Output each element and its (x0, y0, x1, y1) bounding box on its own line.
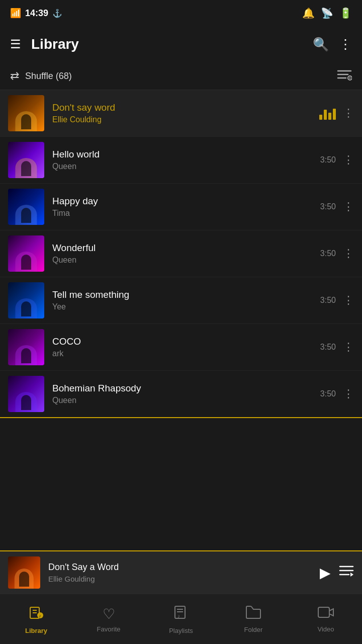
song-item[interactable]: COCO ark 3:50 ⋮ (0, 324, 362, 371)
app-bar: ☰ Library 🔍 ⋮ (0, 26, 362, 62)
song-title: Don't say word (52, 102, 313, 113)
status-bar: 📶 14:39 ⚓ 🔔 📡 🔋 (0, 0, 362, 26)
song-artist: Yee (52, 302, 314, 311)
play-button[interactable]: ▶ (320, 565, 331, 581)
song-thumbnail (8, 329, 44, 365)
svg-point-4 (349, 77, 351, 79)
nav-item-playlists[interactable]: ♪ Playlists (145, 594, 217, 644)
now-playing-thumbnail (8, 556, 40, 589)
playlists-icon: ♪ (173, 604, 189, 624)
more-options-button[interactable]: ⋮ (343, 201, 354, 212)
svg-marker-19 (329, 609, 333, 616)
wifi-icon: 📡 (321, 7, 333, 19)
song-duration: 3:50 (320, 249, 336, 258)
more-options-button[interactable]: ⋮ (343, 248, 354, 259)
song-title: Bohemian Rhapsody (52, 383, 314, 394)
shuffle-row: ⇄ Shuffle (68) (0, 62, 362, 90)
song-artist: Ellie Coulding (52, 115, 313, 124)
now-playing-artist: Ellie Goulding (48, 575, 314, 583)
nav-label-favorite: Favorite (97, 625, 121, 633)
song-right: 3:50 ⋮ (320, 388, 354, 399)
usb-icon: ⚓ (52, 9, 62, 18)
song-right: 3:50 ⋮ (320, 248, 354, 259)
song-item[interactable]: Wonderful Queen 3:50 ⋮ (0, 230, 362, 277)
song-info: Happy day Tima (52, 196, 314, 218)
status-right: 🔔 📡 🔋 (302, 7, 352, 19)
status-left: 📶 14:39 ⚓ (10, 8, 62, 19)
favorite-icon: ♡ (103, 606, 115, 622)
song-item[interactable]: Hello world Queen 3:50 ⋮ (0, 137, 362, 184)
nav-item-video[interactable]: Video (290, 594, 362, 644)
song-title: COCO (52, 336, 314, 347)
shuffle-left[interactable]: ⇄ Shuffle (68) (10, 69, 72, 83)
app-bar-icons: 🔍 ⋮ (313, 37, 352, 52)
song-right: 3:50 ⋮ (320, 342, 354, 353)
shuffle-icon: ⇄ (10, 69, 19, 83)
menu-icon[interactable]: ☰ (10, 37, 21, 51)
folder-icon (245, 605, 261, 623)
song-duration: 3:50 (320, 155, 336, 165)
song-thumbnail (8, 95, 44, 131)
now-playing-bar[interactable]: Don't Say a Word Ellie Goulding ▶ (0, 550, 362, 594)
song-info: Bohemian Rhapsody Queen (52, 383, 314, 405)
shuffle-label: Shuffle (68) (25, 71, 72, 82)
nav-item-folder[interactable]: Folder (217, 594, 290, 644)
filter-view-icon[interactable] (337, 68, 352, 84)
song-duration: 3:50 (320, 296, 336, 305)
queue-icon[interactable] (339, 565, 354, 581)
song-duration: 3:50 (320, 389, 336, 398)
song-right: ⋮ (319, 107, 354, 120)
song-item[interactable]: Don't say word Ellie Coulding ⋮ (0, 90, 362, 137)
page-title: Library (31, 36, 313, 52)
song-info: Wonderful Queen (52, 243, 314, 265)
equalizer-icon (319, 107, 336, 120)
song-right: 3:50 ⋮ (320, 201, 354, 212)
song-thumbnail (8, 142, 44, 178)
more-options-button[interactable]: ⋮ (343, 342, 354, 353)
now-playing-title: Don't Say a Word (48, 562, 314, 573)
nav-label-video: Video (317, 625, 334, 633)
song-info: Hello world Queen (52, 149, 314, 171)
battery-icon: 🔋 (339, 7, 352, 19)
song-title: Happy day (52, 196, 314, 207)
song-artist: ark (52, 349, 314, 358)
song-item[interactable]: Bohemian Rhapsody Queen 3:50 ⋮ (0, 371, 362, 418)
nav-item-favorite[interactable]: ♡ Favorite (72, 594, 145, 644)
svg-rect-18 (318, 607, 329, 617)
bottom-navigation: ♪ Library ♡ Favorite ♪ Playlists Folder (0, 594, 362, 644)
song-thumbnail (8, 376, 44, 412)
now-playing-info: Don't Say a Word Ellie Goulding (48, 562, 314, 583)
more-options-button[interactable]: ⋮ (343, 388, 354, 399)
nav-label-library: Library (25, 627, 47, 634)
more-options-button[interactable]: ⋮ (343, 154, 354, 166)
now-playing-controls: ▶ (320, 565, 354, 581)
search-icon[interactable]: 🔍 (313, 37, 329, 52)
nav-label-folder: Folder (244, 626, 263, 633)
more-options-icon[interactable]: ⋮ (339, 37, 352, 52)
song-right: 3:50 ⋮ (320, 295, 354, 306)
song-item[interactable]: Tell me something Yee 3:50 ⋮ (0, 277, 362, 324)
song-info: COCO ark (52, 336, 314, 358)
nav-item-library[interactable]: ♪ Library (0, 594, 72, 644)
song-title: Hello world (52, 149, 314, 160)
song-thumbnail (8, 189, 44, 225)
song-title: Tell me something (52, 289, 314, 300)
more-options-button[interactable]: ⋮ (343, 295, 354, 306)
signal-icon: 📶 (10, 8, 21, 19)
svg-text:♪: ♪ (177, 613, 180, 619)
more-options-button[interactable]: ⋮ (343, 108, 354, 119)
song-title: Wonderful (52, 243, 314, 254)
notification-icon: 🔔 (302, 7, 315, 19)
svg-text:♪: ♪ (39, 613, 41, 618)
song-artist: Queen (52, 256, 314, 265)
song-artist: Tima (52, 209, 314, 218)
song-duration: 3:50 (320, 202, 336, 211)
video-icon (317, 606, 334, 622)
song-item[interactable]: Happy day Tima 3:50 ⋮ (0, 184, 362, 230)
song-artist: Queen (52, 396, 314, 405)
song-right: 3:50 ⋮ (320, 154, 354, 166)
library-icon: ♪ (28, 604, 44, 624)
song-info: Tell me something Yee (52, 289, 314, 311)
song-list: Don't say word Ellie Coulding ⋮ Hello wo… (0, 90, 362, 509)
time-display: 14:39 (25, 8, 48, 19)
